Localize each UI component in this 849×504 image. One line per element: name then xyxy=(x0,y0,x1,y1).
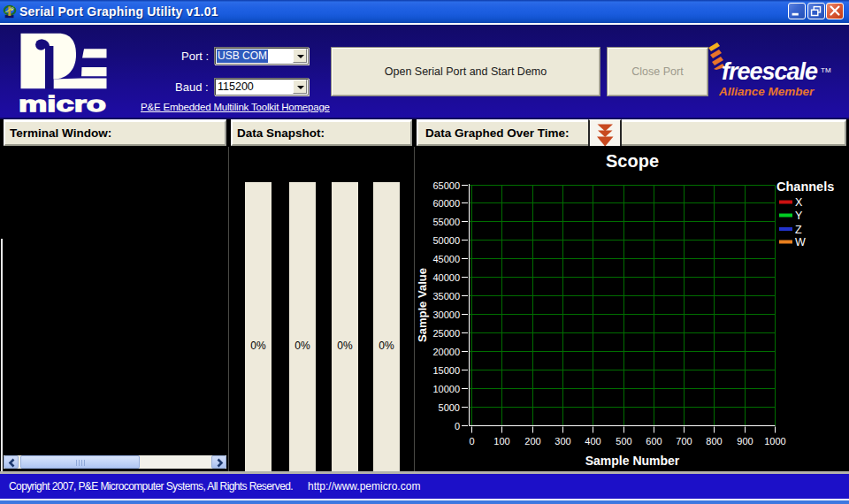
svg-text:600: 600 xyxy=(646,436,662,447)
svg-text:900: 900 xyxy=(737,436,753,447)
svg-text:15000: 15000 xyxy=(432,365,460,376)
svg-text:micro: micro xyxy=(19,92,106,116)
svg-text:30000: 30000 xyxy=(432,309,460,320)
svg-text:100: 100 xyxy=(493,436,509,447)
svg-text:60000: 60000 xyxy=(432,198,460,209)
svg-text:10000: 10000 xyxy=(432,384,460,394)
svg-text:400: 400 xyxy=(585,436,600,447)
svg-text:W: W xyxy=(795,236,806,248)
svg-text:5000: 5000 xyxy=(439,402,460,413)
svg-text:800: 800 xyxy=(706,436,722,447)
svg-text:Channels: Channels xyxy=(776,179,834,194)
svg-text:1000: 1000 xyxy=(764,436,785,447)
svg-text:65000: 65000 xyxy=(432,180,460,191)
svg-text:X: X xyxy=(795,196,803,209)
svg-text:25000: 25000 xyxy=(432,328,460,339)
svg-text:300: 300 xyxy=(555,436,570,447)
svg-text:40000: 40000 xyxy=(432,272,460,283)
svg-text:45000: 45000 xyxy=(432,254,460,264)
svg-text:0: 0 xyxy=(469,436,474,447)
svg-text:Y: Y xyxy=(795,210,803,222)
svg-text:200: 200 xyxy=(524,436,540,447)
svg-text:Scope: Scope xyxy=(606,151,659,171)
svg-text:Sample Number: Sample Number xyxy=(585,454,680,468)
svg-text:Sample Value: Sample Value xyxy=(417,268,429,342)
svg-text:20000: 20000 xyxy=(432,347,460,357)
svg-text:55000: 55000 xyxy=(432,217,460,227)
svg-text:Z: Z xyxy=(795,224,802,236)
svg-text:500: 500 xyxy=(616,436,631,447)
svg-text:700: 700 xyxy=(676,436,692,447)
svg-text:35000: 35000 xyxy=(432,291,460,302)
svg-text:0: 0 xyxy=(455,421,460,431)
svg-text:50000: 50000 xyxy=(432,235,460,246)
